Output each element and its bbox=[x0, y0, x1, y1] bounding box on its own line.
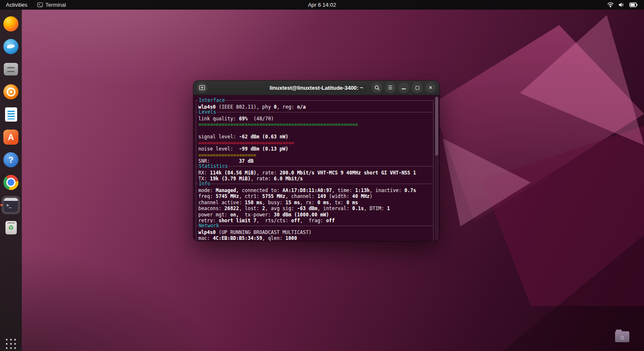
close-button[interactable]: ✕ bbox=[425, 82, 436, 93]
dock-item-help[interactable]: ? bbox=[2, 151, 20, 169]
grid-dot-icon bbox=[6, 343, 8, 345]
dock-item-software[interactable]: A bbox=[2, 128, 20, 146]
terminal-section-info: Infomode: Managed, connected to: AA:17:D… bbox=[196, 184, 434, 226]
top-bar: Activities >_ Terminal Apr 6 14:02 bbox=[0, 0, 644, 10]
dock-item-thunderbird[interactable] bbox=[2, 37, 20, 56]
window-titlebar[interactable]: linuxtest@linuxtest-Latitude-3400: ~ ☰ ✕ bbox=[193, 81, 439, 95]
chrome-icon bbox=[3, 175, 18, 190]
dock-item-files[interactable] bbox=[2, 60, 20, 78]
grid-dot-icon bbox=[6, 339, 8, 341]
terminal-line bbox=[198, 128, 431, 134]
activities-button[interactable]: Activities bbox=[0, 0, 33, 10]
terminal-line: ========================================… bbox=[198, 122, 431, 128]
scrollbar-thumb[interactable] bbox=[435, 97, 438, 156]
terminal-line: retry: short limit 7, rts/cts: off, frag… bbox=[198, 218, 431, 224]
maximize-button[interactable] bbox=[412, 82, 423, 93]
grid-dot-icon bbox=[14, 343, 16, 345]
dock: A?♻ bbox=[0, 10, 22, 351]
terminal-section-network: Networkwlp4s0 (UP RUNNING BROADCAST MULT… bbox=[196, 226, 434, 242]
terminal-line: RX: 114k (84.56 MiB), rate: 200.0 Mbit/s… bbox=[198, 170, 431, 176]
grid-dot-icon bbox=[14, 347, 16, 349]
terminal-line: freq: 5745 MHz, ctr1: 5755 MHz, channel:… bbox=[198, 193, 431, 200]
battery-icon bbox=[629, 3, 638, 7]
dock-item-trash[interactable]: ♻ bbox=[2, 218, 20, 237]
trash-icon: ♻ bbox=[5, 221, 17, 234]
close-icon: ✕ bbox=[428, 85, 433, 90]
minimize-icon bbox=[402, 88, 406, 89]
dock-item-writer[interactable] bbox=[2, 105, 20, 124]
section-title: Info bbox=[198, 181, 211, 187]
home-folder-icon[interactable]: ⌂ bbox=[614, 330, 630, 344]
terminal-icon bbox=[3, 198, 18, 213]
dock-items: A?♻ bbox=[2, 15, 20, 237]
terminal-line: channel active: 150 ms, busy: 15 ms, rx:… bbox=[198, 200, 431, 206]
terminal-window: linuxtest@linuxtest-Latitude-3400: ~ ☰ ✕ bbox=[193, 81, 439, 241]
thunderbird-icon bbox=[3, 39, 18, 54]
terminal-body: Interfacewlp4s0 (IEEE 802.11), phy 0, re… bbox=[193, 95, 439, 241]
hamburger-icon: ☰ bbox=[388, 85, 393, 90]
terminal-line: power mgt: on, tx-power: 30 dBm (1000.00… bbox=[198, 212, 431, 218]
terminal-line: beacons: 26822, lost: 2, avg sig: -63 dB… bbox=[198, 205, 431, 212]
dock-item-terminal[interactable] bbox=[2, 196, 20, 214]
new-tab-icon bbox=[199, 85, 205, 90]
minimize-button[interactable] bbox=[398, 82, 409, 93]
firefox-icon bbox=[3, 16, 18, 31]
terminal-line: mode: Managed, connected to: AA:17:D8:11… bbox=[198, 187, 431, 194]
folder-house-icon: ⌂ bbox=[615, 331, 629, 342]
terminal-line: ==================== bbox=[198, 152, 431, 159]
terminal-section-statistics: StatisticsRX: 114k (84.56 MiB), rate: 20… bbox=[196, 166, 434, 184]
window-title: linuxtest@linuxtest-Latitude-3400: ~ bbox=[270, 85, 363, 91]
focused-app-name: Terminal bbox=[45, 2, 66, 8]
terminal-app-icon: >_ bbox=[37, 3, 43, 7]
new-tab-button[interactable] bbox=[197, 82, 208, 93]
terminal-scrollbar[interactable] bbox=[435, 96, 439, 240]
wifi-icon bbox=[607, 2, 614, 8]
grid-dot-icon bbox=[10, 343, 12, 345]
maximize-icon bbox=[415, 86, 419, 90]
volume-icon bbox=[618, 2, 625, 8]
grid-dot-icon bbox=[10, 347, 12, 349]
software-icon: A bbox=[3, 130, 18, 145]
terminal-output: Interfacewlp4s0 (IEEE 802.11), phy 0, re… bbox=[196, 100, 434, 241]
grid-dot-icon bbox=[10, 339, 12, 341]
show-applications-button[interactable] bbox=[6, 339, 16, 349]
section-title: Interface bbox=[198, 97, 225, 104]
search-button[interactable] bbox=[371, 82, 382, 93]
rhythmbox-icon bbox=[3, 84, 18, 99]
terminal-line: wlp4s0 (IEEE 802.11), phy 0, reg: n/a bbox=[198, 104, 431, 110]
system-tray[interactable] bbox=[601, 0, 644, 10]
terminal-section-interface: Interfacewlp4s0 (IEEE 802.11), phy 0, re… bbox=[196, 100, 434, 112]
writer-icon bbox=[5, 107, 17, 122]
dock-item-rhythmbox[interactable] bbox=[2, 83, 20, 101]
terminal-line: noise level: -99 dBm (0.13 pW) bbox=[198, 146, 431, 152]
dock-item-chrome[interactable] bbox=[2, 173, 20, 192]
terminal-line: SNR: 37 dB bbox=[198, 158, 431, 164]
help-icon: ? bbox=[3, 152, 18, 167]
terminal-line: link quality: 69% (48/70) bbox=[198, 116, 431, 122]
section-title: Statistics bbox=[198, 163, 228, 169]
grid-dot-icon bbox=[6, 347, 8, 349]
terminal-line: ================================= bbox=[198, 140, 431, 146]
menu-button[interactable]: ☰ bbox=[385, 82, 396, 93]
titlebar-buttons: ☰ ✕ bbox=[371, 82, 436, 93]
terminal-section-levels: Levelslink quality: 69% (48/70)=========… bbox=[196, 112, 434, 166]
section-title: Levels bbox=[198, 109, 217, 115]
grid-dot-icon bbox=[14, 339, 16, 341]
terminal-line: TX: 19k (3.79 MiB), rate: 6.0 Mbit/s bbox=[198, 176, 431, 182]
terminal-line: wlp4s0 (UP RUNNING BROADCAST MULTICAST) bbox=[198, 229, 431, 236]
focused-app-menu[interactable]: >_ Terminal bbox=[33, 0, 70, 10]
files-icon bbox=[4, 63, 18, 75]
terminal-line: signal level: -62 dBm (0.63 nW) bbox=[198, 134, 431, 140]
dock-item-firefox[interactable] bbox=[2, 15, 20, 33]
search-icon bbox=[374, 85, 380, 91]
terminal-line: mac: 4C:EB:BD:B5:34:59, qlen: 1000 bbox=[198, 235, 431, 241]
clock-button[interactable]: Apr 6 14:02 bbox=[304, 0, 340, 10]
running-indicator bbox=[0, 204, 3, 206]
section-title: Network bbox=[198, 223, 219, 229]
